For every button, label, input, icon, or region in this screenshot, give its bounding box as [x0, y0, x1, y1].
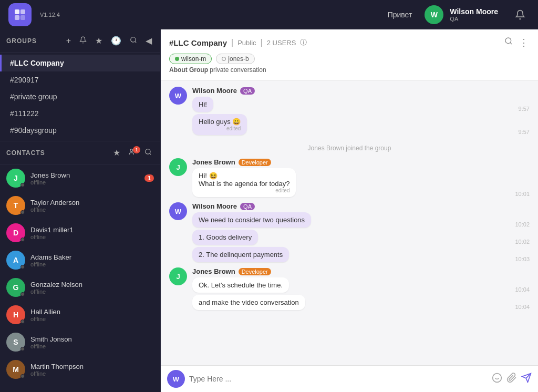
- groups-label: GROUPS: [6, 37, 60, 45]
- contact-item[interactable]: AAdams Bakeroffline: [0, 246, 160, 274]
- contacts-list: JJones Brownoffline1TTaylor Andersonoffl…: [0, 164, 160, 392]
- contact-name: Gonzalez Nelson: [30, 281, 154, 288]
- message-bubble: 2. The delinquent payments: [192, 247, 289, 262]
- contact-item[interactable]: DDavis1 miller1offline: [0, 219, 160, 246]
- contact-name: Davis1 miller1: [30, 226, 154, 234]
- message-timestamp: 10:01: [515, 191, 530, 199]
- message-timestamp: 10:04: [515, 304, 530, 312]
- member-pill[interactable]: jones-b: [216, 54, 254, 64]
- contact-item[interactable]: TTaylor Andersonoffline: [0, 192, 160, 219]
- contacts-label: CONTACTS: [6, 149, 107, 157]
- chat-header-top: #LLC Company | Public | 2 USERS ⓘ ⋮: [169, 36, 530, 49]
- search-contacts-icon[interactable]: [142, 147, 154, 159]
- svg-point-8: [146, 149, 150, 153]
- user-avatar-header: W: [425, 5, 443, 24]
- message-bubble: We need to consider two questions: [192, 212, 311, 228]
- message-sender-role: QA: [240, 87, 255, 95]
- contact-name: Martin Thompson: [30, 363, 154, 370]
- chat-search-button[interactable]: [503, 36, 514, 49]
- message-timestamp: 9:57: [519, 106, 530, 114]
- message-input[interactable]: [189, 375, 488, 383]
- member-pill[interactable]: wilson-m: [169, 54, 212, 64]
- message-timestamp: 9:57: [519, 129, 530, 137]
- contact-name: Adams Baker: [30, 253, 154, 261]
- message-edited-label: edited: [199, 126, 241, 131]
- message-row: WWilson MooreQAHi!9:57Hello guys 😀edited…: [169, 87, 530, 137]
- message-avatar: J: [169, 267, 187, 285]
- svg-point-5: [130, 149, 133, 151]
- contact-notification-badge: 1: [133, 146, 140, 153]
- sidebar-item-llc-company[interactable]: #LLC Company: [0, 55, 160, 71]
- star-contacts-icon[interactable]: ★: [111, 147, 122, 159]
- send-button[interactable]: [521, 373, 532, 386]
- sidebar-item-private-group[interactable]: #private group: [0, 88, 160, 105]
- message-sender-name: Jones Brown: [192, 158, 235, 166]
- contact-avatar: J: [6, 169, 25, 188]
- contact-item[interactable]: SSmith Jonsonoffline: [0, 328, 160, 356]
- message-sender-role: Developer: [239, 159, 271, 166]
- channel-visibility: Public: [237, 39, 256, 47]
- contact-item[interactable]: GGonzalez Nelsonoffline: [0, 274, 160, 301]
- add-group-button[interactable]: +: [64, 35, 73, 47]
- user-info-header: Wilson Moore QA: [450, 7, 498, 22]
- chat-header: #LLC Company | Public | 2 USERS ⓘ ⋮ wils…: [161, 29, 538, 80]
- message-sender-name: Wilson Moore: [192, 202, 237, 210]
- sidebar-item-111222[interactable]: #111222: [0, 105, 160, 122]
- contact-status: offline: [30, 207, 154, 213]
- contact-name: Taylor Anderson: [30, 199, 154, 207]
- message-avatar: W: [169, 87, 187, 105]
- message-sender-name: Jones Brown: [192, 267, 235, 275]
- contact-avatar: M: [6, 360, 25, 379]
- message-avatar: J: [169, 158, 187, 176]
- channel-info-icon[interactable]: ⓘ: [300, 38, 307, 47]
- chat-header-actions: ⋮: [503, 36, 530, 49]
- search-groups-icon[interactable]: [128, 35, 139, 47]
- star-groups-icon[interactable]: ★: [93, 35, 105, 47]
- contact-item[interactable]: HHall Allienoffline: [0, 301, 160, 328]
- message-bubble: Ok. Let's schedule the time.: [192, 277, 289, 293]
- app-logo: [8, 3, 32, 26]
- chat-more-button[interactable]: ⋮: [518, 36, 530, 49]
- contact-item[interactable]: MMartin Thompsonoffline: [0, 356, 160, 383]
- groups-list: #LLC Company#290917#private group#111222…: [0, 53, 160, 141]
- message-bubble: Hi! 😆 What is the agenda for today?edite…: [192, 168, 296, 197]
- channel-user-count: 2 USERS: [267, 39, 296, 47]
- message-row: JJones BrownDeveloperOk. Let's schedule …: [169, 267, 530, 312]
- channel-members: wilson-mjones-b: [169, 54, 530, 64]
- contact-status: offline: [30, 370, 154, 377]
- contacts-header: CONTACTS ★ 1: [0, 141, 160, 164]
- message-sender-name: Wilson Moore: [192, 87, 237, 95]
- notification-button[interactable]: [511, 5, 530, 24]
- top-header: V1.12.4 Привет W Wilson Moore QA: [0, 0, 538, 29]
- messages-area[interactable]: WWilson MooreQAHi!9:57Hello guys 😀edited…: [161, 80, 538, 365]
- system-message: Jones Brown joined the group: [169, 140, 530, 156]
- clock-icon[interactable]: 🕐: [109, 35, 123, 47]
- contact-status: offline: [30, 343, 154, 349]
- message-timestamp: 10:03: [515, 256, 530, 264]
- collapse-sidebar-icon[interactable]: ◀: [143, 35, 154, 47]
- contact-status: offline: [30, 234, 154, 240]
- sidebar-item-90daysgroup[interactable]: #90daysgroup: [0, 122, 160, 139]
- contact-avatar: S: [6, 333, 25, 352]
- about-group: About Group private conversation: [169, 66, 530, 74]
- contact-name: Jones Brown: [30, 171, 139, 179]
- attachment-button[interactable]: [506, 373, 517, 386]
- main-layout: GROUPS + ★ 🕐 ◀ #LLC Company#290917#priva…: [0, 29, 538, 392]
- chat-area: #LLC Company | Public | 2 USERS ⓘ ⋮ wils…: [161, 29, 538, 392]
- message-bubble: 1. Goods delivery: [192, 230, 258, 245]
- header-user-name: Wilson Moore: [450, 7, 498, 16]
- message-avatar: W: [169, 202, 187, 220]
- svg-rect-0: [15, 9, 19, 14]
- contact-avatar: A: [6, 251, 25, 270]
- message-timestamp: 10:02: [515, 239, 530, 247]
- channel-name: #LLC Company: [169, 38, 227, 47]
- contact-unread-badge: 1: [144, 174, 154, 182]
- sidebar-item-290917[interactable]: #290917: [0, 71, 160, 88]
- svg-point-10: [493, 373, 502, 382]
- contact-item[interactable]: JJones Brownoffline1: [0, 164, 160, 192]
- notification-sidebar-icon[interactable]: [77, 35, 89, 47]
- emoji-button[interactable]: [492, 373, 502, 386]
- contact-avatar: D: [6, 223, 25, 242]
- contact-avatar: H: [6, 305, 25, 324]
- contact-status: offline: [30, 316, 154, 322]
